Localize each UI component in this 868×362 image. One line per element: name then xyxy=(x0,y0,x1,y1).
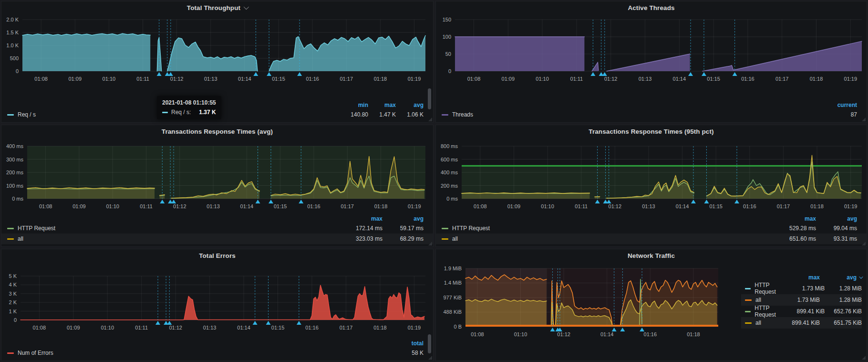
annotation-marker-icon[interactable] xyxy=(299,200,303,203)
legend-header-avg[interactable]: avg xyxy=(396,100,424,110)
legend-value: 87 xyxy=(827,111,857,118)
x-tick-label: 01:16 xyxy=(644,331,657,337)
legend-header-max[interactable]: max xyxy=(341,214,382,224)
annotation-marker-icon[interactable] xyxy=(612,328,617,331)
annotation-marker-icon[interactable] xyxy=(607,200,611,203)
annotation-marker-icon[interactable] xyxy=(253,321,258,325)
legend-header-avg[interactable]: avg xyxy=(382,214,424,224)
legend-row-http-request: HTTP Request899.41 KiB652.76 KiB xyxy=(741,306,862,317)
legend-series-toggle[interactable]: HTTP Request xyxy=(7,225,55,232)
legend-value: 323.03 ms xyxy=(341,235,382,242)
x-tick-label: 01:13 xyxy=(639,76,652,82)
tooltip-timestamp: 2021-01-08 01:10:55 xyxy=(162,99,216,106)
legend-row-all: all899.41 KiB651.75 KiB xyxy=(741,317,862,329)
annotation-marker-icon[interactable] xyxy=(266,321,271,325)
annotation-marker-icon[interactable] xyxy=(157,72,162,76)
panel-active-threads: Active Threads05010015001:0801:0901:1001… xyxy=(435,1,867,123)
legend-series-toggle[interactable]: HTTP Request xyxy=(745,282,787,295)
annotation-marker-icon[interactable] xyxy=(267,72,271,76)
panel-title-text: Total Throughput xyxy=(187,4,240,11)
legend-series-toggle[interactable]: all xyxy=(442,235,458,242)
annotation-marker-icon[interactable] xyxy=(155,321,160,325)
chart-canvas-total-errors[interactable]: 01 K2 K3 K4 K5 K01:0801:0901:1001:1101:1… xyxy=(1,262,433,334)
legend-header-total[interactable]: total xyxy=(394,339,424,348)
legend-series-label: HTTP Request xyxy=(18,225,55,232)
tooltip-series-row: Req / s:1.37 K xyxy=(162,109,216,116)
panel-resize-handle[interactable] xyxy=(862,117,866,121)
panel-title-total-throughput[interactable]: Total Throughput xyxy=(187,4,248,11)
chart-canvas-transactions-response-95[interactable]: 0 ms200 ms400 ms600 ms800 ms01:0801:0901… xyxy=(436,138,867,213)
x-tick-label: 01:18 xyxy=(687,331,700,337)
series-dash-icon xyxy=(442,114,448,116)
x-tick-label: 01:18 xyxy=(373,325,387,330)
annotation-marker-icon[interactable] xyxy=(160,200,165,203)
annotation-marker-icon[interactable] xyxy=(253,72,258,76)
legend-series-toggle[interactable]: HTTP Request xyxy=(442,225,490,232)
panel-resize-handle[interactable] xyxy=(862,242,866,245)
legend-header-min[interactable]: min xyxy=(341,100,368,110)
annotation-marker-icon[interactable] xyxy=(733,72,737,76)
annotation-marker-icon[interactable] xyxy=(297,321,301,325)
legend-network-traffic: maxavgHTTP Request1.73 MiB1.28 MiBall1.7… xyxy=(741,272,862,329)
chart-canvas-transactions-response-avg[interactable]: 0 ms100 ms200 ms300 ms400 ms01:0801:0901… xyxy=(1,138,433,213)
annotation-marker-icon[interactable] xyxy=(704,200,709,203)
annotation-marker-icon[interactable] xyxy=(256,200,260,203)
x-tick-label: 01:15 xyxy=(271,325,285,330)
legend-series-toggle[interactable]: Req / s xyxy=(7,111,36,118)
annotation-marker-icon[interactable] xyxy=(688,72,693,76)
panel-title-total-errors[interactable]: Total Errors xyxy=(199,252,236,259)
legend-value: 899.41 KiB xyxy=(778,319,820,326)
legend-header-current[interactable]: current xyxy=(827,100,857,110)
legend-series-toggle[interactable]: all xyxy=(7,235,23,242)
panel-title-active-threads[interactable]: Active Threads xyxy=(628,4,674,11)
legend-header-label: avg xyxy=(847,274,857,281)
panel-resize-handle[interactable] xyxy=(862,356,866,360)
annotation-marker-icon[interactable] xyxy=(167,321,172,325)
annotation-marker-icon[interactable] xyxy=(691,200,696,203)
annotation-marker-icon[interactable] xyxy=(550,328,555,331)
annotation-marker-icon[interactable] xyxy=(640,328,644,331)
legend-header-avg[interactable]: avg xyxy=(820,274,862,281)
y-tick-label: 2.0 K xyxy=(6,17,19,22)
annotation-marker-icon[interactable] xyxy=(269,200,273,203)
legend-series-toggle[interactable]: Num of Errors xyxy=(7,350,53,356)
panel-resize-handle[interactable] xyxy=(428,356,432,360)
annotation-marker-icon[interactable] xyxy=(734,200,739,203)
panel-title-transactions-response-95[interactable]: Transactions Response Times (95th pct) xyxy=(589,128,713,135)
panel-title-network-traffic[interactable]: Network Traffic xyxy=(628,252,675,259)
x-tick-label: 01:09 xyxy=(507,203,521,209)
legend-series-toggle[interactable]: all xyxy=(745,297,761,303)
legend-series-toggle[interactable]: all xyxy=(745,319,761,326)
panel-resize-handle[interactable] xyxy=(428,242,432,245)
annotation-marker-icon[interactable] xyxy=(168,72,173,76)
annotation-marker-icon[interactable] xyxy=(702,72,706,76)
annotation-marker-icon[interactable] xyxy=(171,200,176,203)
annotation-marker-icon[interactable] xyxy=(602,72,607,76)
chart-canvas-total-throughput[interactable]: 05001.0 K1.5 K2.0 K01:0801:0901:1001:110… xyxy=(1,14,433,85)
x-tick-label: 01:14 xyxy=(238,76,251,82)
x-tick-label: 01:13 xyxy=(207,203,220,209)
legend-header-max[interactable]: max xyxy=(775,214,816,224)
legend-header-label: avg xyxy=(413,102,424,108)
legend-scrollbar[interactable] xyxy=(428,334,431,353)
annotation-marker-icon[interactable] xyxy=(297,72,302,76)
legend-series-toggle[interactable]: HTTP Request xyxy=(745,305,787,318)
legend-scrollbar[interactable] xyxy=(428,88,431,109)
x-tick-label: 01:18 xyxy=(810,76,823,82)
legend-series-label: all xyxy=(755,297,761,303)
legend-header-max[interactable]: max xyxy=(368,100,396,110)
annotation-marker-icon[interactable] xyxy=(620,328,625,331)
legend-header-max[interactable]: max xyxy=(778,274,820,281)
panel-title-transactions-response-avg[interactable]: Transactions Response Times (avg) xyxy=(162,128,273,135)
legend-series-toggle[interactable]: Threads xyxy=(442,111,473,118)
series-fill xyxy=(462,193,589,199)
legend-series-label: Num of Errors xyxy=(18,350,53,356)
legend-header-label: max xyxy=(805,215,816,222)
legend-header-avg[interactable]: avg xyxy=(816,214,857,224)
annotation-marker-icon[interactable] xyxy=(595,200,600,203)
x-tick-label: 01:18 xyxy=(810,203,824,209)
chart-canvas-active-threads[interactable]: 05010015001:0801:0901:1001:1101:1201:130… xyxy=(436,14,867,85)
annotation-marker-icon[interactable] xyxy=(590,72,595,76)
panel-resize-handle[interactable] xyxy=(428,117,432,121)
y-tick-label: 3 K xyxy=(9,291,17,297)
